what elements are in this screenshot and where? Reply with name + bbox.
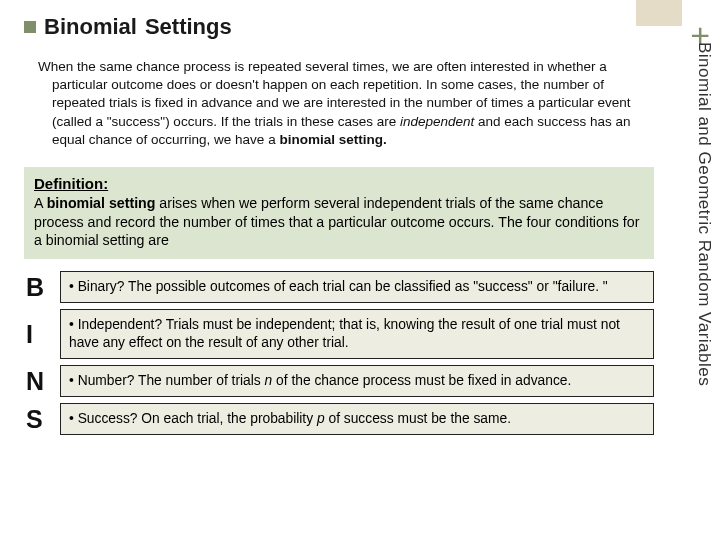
intro-bold: binomial setting. <box>279 132 386 147</box>
def-text-a: A <box>34 195 47 211</box>
row-cell-n: • Number? The number of trials n of the … <box>60 365 654 397</box>
cell-ital: p <box>317 411 325 426</box>
table-row: B • Binary? The possible outcomes of eac… <box>24 271 654 303</box>
slide-title: Binomial Settings <box>24 14 630 40</box>
cell-text: • Success? On each trial, the probabilit… <box>69 411 317 426</box>
cell-text-b: of the chance process must be fixed in a… <box>272 373 571 388</box>
intro-paragraph: When the same chance process is repeated… <box>38 58 658 149</box>
row-cell-i: • Independent? Trials must be independen… <box>60 309 654 359</box>
definition-heading: Definition: <box>34 175 644 192</box>
intro-italic: independent <box>400 114 474 129</box>
definition-body: A binomial setting arises when we perfor… <box>34 194 644 249</box>
row-letter-s: S <box>24 403 60 435</box>
cell-text: • Binary? The possible outcomes of each … <box>69 279 608 294</box>
row-cell-s: • Success? On each trial, the probabilit… <box>60 403 654 435</box>
bins-table: B • Binary? The possible outcomes of eac… <box>24 271 654 435</box>
table-row: N • Number? The number of trials n of th… <box>24 365 654 397</box>
row-letter-i: I <box>24 309 60 359</box>
row-cell-b: • Binary? The possible outcomes of each … <box>60 271 654 303</box>
row-letter-b: B <box>24 271 60 303</box>
cell-text-b: of success must be the same. <box>325 411 511 426</box>
corner-accent-box <box>636 0 682 26</box>
slide-content: Binomial Settings When the same chance p… <box>0 0 680 451</box>
cell-text: • Independent? Trials must be independen… <box>69 317 620 350</box>
table-row: I • Independent? Trials must be independ… <box>24 309 654 359</box>
title-word-2: Settings <box>145 14 232 40</box>
definition-box: Definition: A binomial setting arises wh… <box>24 167 654 259</box>
square-bullet-icon <box>24 21 36 33</box>
table-row: S • Success? On each trial, the probabil… <box>24 403 654 435</box>
title-word-1: Binomial <box>44 14 137 40</box>
row-letter-n: N <box>24 365 60 397</box>
def-text-bold: binomial setting <box>47 195 156 211</box>
chapter-side-label: Binomial and Geometric Random Variables <box>684 36 714 516</box>
cell-text: • Number? The number of trials <box>69 373 265 388</box>
